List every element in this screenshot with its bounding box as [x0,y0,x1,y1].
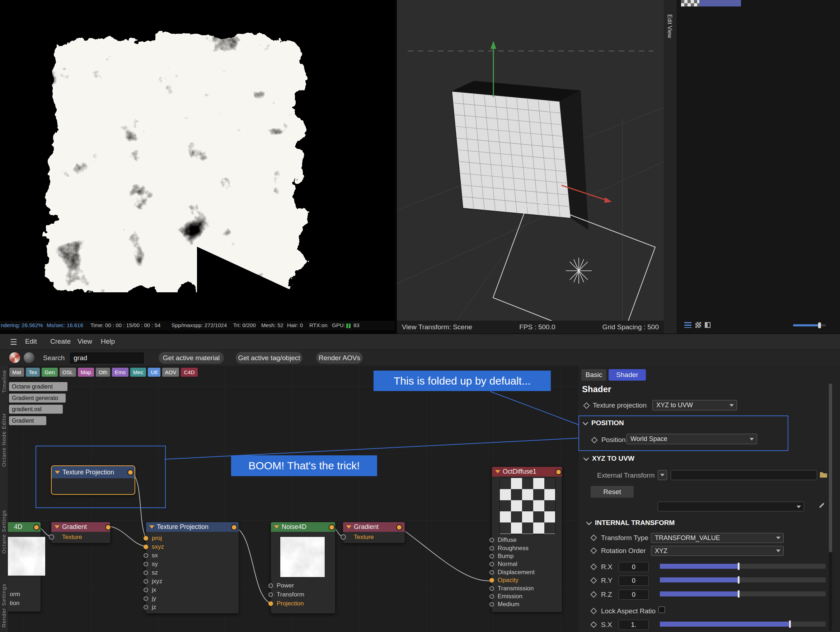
output-port-dot[interactable] [127,469,134,475]
target-field[interactable] [658,502,804,512]
sx-value-field[interactable]: 1. [619,620,649,630]
tab-render-settings[interactable]: Render Settings [1,583,7,628]
port-proj[interactable]: proj [146,534,238,543]
output-port-dot[interactable] [396,524,402,531]
port-transmission[interactable]: Transmission [492,584,562,592]
search-result-item[interactable]: Gradient [9,416,46,425]
tab-timeline[interactable]: Timeline [1,370,7,393]
chip-utl[interactable]: Utl [148,368,160,377]
rz-slider[interactable] [660,591,826,596]
hamburger-menu-icon[interactable]: ☰ [10,337,17,347]
section-chevron-icon[interactable] [583,420,589,426]
rx-slider[interactable] [660,564,826,569]
port-medium[interactable]: Medium [492,600,562,608]
port-bump[interactable]: Bump [492,552,562,560]
chip-c4d[interactable]: C4D [181,368,197,377]
collapse-triangle-icon[interactable] [55,525,60,529]
chip-gen[interactable]: Gen [42,368,57,377]
inspector-scrollbar[interactable] [829,383,832,630]
scrollbar-thumb[interactable] [829,383,832,552]
collapse-triangle-icon[interactable] [149,525,154,529]
port-sz[interactable]: sz [146,569,238,577]
slider-handle[interactable] [738,563,739,570]
node-header[interactable]: Gradient [343,522,405,532]
output-port-dot[interactable] [231,524,237,531]
port-jy[interactable]: jy [146,594,238,603]
port-jx[interactable]: jx [146,586,238,594]
octane-logo-icon[interactable] [9,352,20,363]
sx-slider[interactable] [660,622,826,627]
port-sxyz[interactable]: sxyz [146,543,238,551]
output-port-dot[interactable] [329,524,335,531]
ry-value-field[interactable]: 0 [619,576,649,586]
rx-value-field[interactable]: 0 [619,562,649,572]
node-texture-projection[interactable]: Texture Projection proj sxyz sx sy sz jx… [146,522,239,614]
collapse-triangle-icon[interactable] [346,525,351,529]
chip-ems[interactable]: Ems [112,368,128,377]
output-port-dot[interactable] [33,524,39,531]
internal-transform-header[interactable]: INTERNAL TRANSFORM [595,519,674,527]
slider-handle[interactable] [738,577,739,583]
menu-create[interactable]: Create [50,337,71,345]
port-displacement[interactable]: Displacement [492,569,562,577]
node-gradient-1[interactable]: Gradient Texture [51,522,111,543]
list-view-icon[interactable] [684,322,692,328]
search-input[interactable] [70,353,144,363]
port-projection[interactable]: Projection [271,599,335,608]
collapse-triangle-icon[interactable] [55,471,60,474]
node-header[interactable]: Texture Projection [52,466,134,478]
port-transform[interactable]: Transform [271,590,335,599]
chip-aov[interactable]: AOV [162,368,179,377]
node-header[interactable]: Gradient [51,522,110,532]
rz-value-field[interactable]: 0 [619,590,649,600]
position-section-header[interactable]: POSITION [591,419,624,427]
section-chevron-icon[interactable] [586,520,592,525]
zoom-slider[interactable] [793,324,826,326]
transform-type-dropdown[interactable]: TRANSFORM_VALUE [651,533,784,543]
position-dropdown[interactable]: World Space [627,434,757,444]
slider-handle[interactable] [738,590,739,597]
section-chevron-icon[interactable] [583,455,589,461]
ry-slider[interactable] [660,577,826,583]
menu-edit[interactable]: Edit [25,337,37,345]
tab-octane-node-editor[interactable]: Octane Node Editor [1,413,7,467]
chip-tex[interactable]: Tex [26,368,40,377]
tab-basic[interactable]: Basic [581,369,606,381]
get-active-tag-object-button[interactable]: Get active tag/object [236,352,303,364]
chip-oth[interactable]: Oth [96,368,110,377]
port-transform[interactable]: orm [8,590,20,599]
node-header[interactable]: Noise4D [271,522,335,532]
3d-viewport[interactable]: View Transform: Scene FPS : 500.0 Grid S… [397,0,664,334]
port-opacity[interactable]: Opacity [492,577,562,584]
reset-button[interactable]: Reset [591,486,634,498]
collapse-triangle-icon[interactable] [495,470,500,473]
chip-map[interactable]: Map [78,368,94,377]
port-diffuse[interactable]: Diffuse [492,536,562,544]
color-bar[interactable] [699,0,741,6]
edit-view-tab[interactable]: Edit View [664,0,677,334]
split-view-icon[interactable] [705,322,711,328]
external-transform-mini-dropdown[interactable] [658,470,667,480]
node-octdiffuse1[interactable]: OctDiffuse1 Diffuse Roughness Bump Norma… [492,466,562,612]
port-normal[interactable]: Normal [492,560,562,568]
node-gradient-2[interactable]: Gradient Texture [343,522,405,543]
port-roughness[interactable]: Roughness [492,544,562,552]
external-transform-field[interactable] [671,470,817,480]
tab-shader[interactable]: Shader [609,369,646,381]
chip-osl[interactable]: OSL [60,368,76,377]
xyz-section-header[interactable]: XYZ TO UVW [592,455,635,463]
grid-view-icon[interactable] [695,322,701,328]
rotation-order-dropdown[interactable]: XYZ [651,546,784,556]
texture-projection-dropdown[interactable]: XYZ to UVW [652,400,737,410]
search-result-item[interactable]: Octane gradient [9,382,68,391]
search-result-item[interactable]: gradient.osl [9,405,63,414]
node-noise4d[interactable]: Noise4D Power Transform Projection [270,522,335,614]
output-port-dot[interactable] [105,524,111,531]
material-ball-icon[interactable] [24,352,35,363]
menu-help[interactable]: Help [101,337,115,345]
port-jxyz[interactable]: jxyz [146,577,238,586]
node-header[interactable]: OctDiffuse1 [492,467,562,477]
port-sx[interactable]: sx [146,551,238,560]
viewport-scene[interactable] [397,0,664,334]
node-texture-projection-folded[interactable]: Texture Projection [51,466,135,495]
